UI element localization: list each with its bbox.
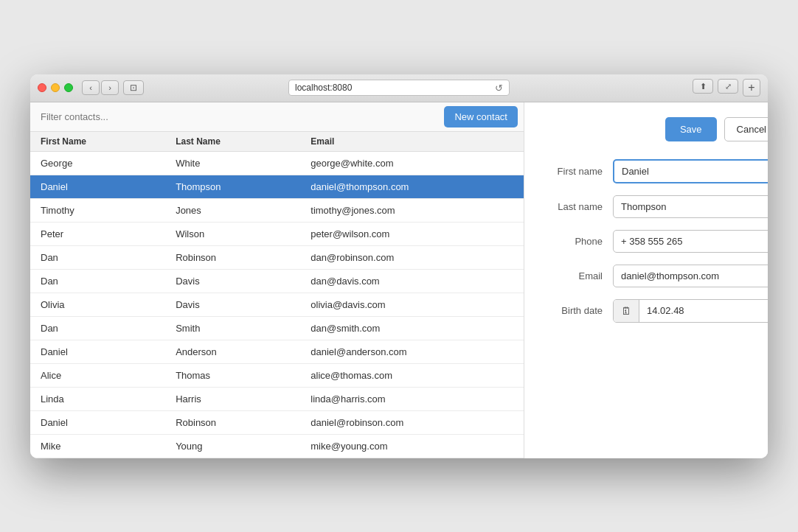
birth-date-input[interactable] — [639, 300, 768, 321]
contact-first-name: Linda — [41, 393, 176, 405]
table-row[interactable]: Olivia Davis olivia@davis.com — [30, 293, 524, 317]
table-row[interactable]: Dan Smith dan@smith.com — [30, 317, 524, 340]
contact-email: alice@thomas.com — [310, 370, 513, 381]
contact-last-name: White — [176, 158, 310, 169]
table-row[interactable]: Daniel Thompson daniel@thompson.com — [30, 175, 524, 199]
table-row[interactable]: Mike Young mike@young.com — [30, 435, 524, 458]
table-row[interactable]: George White george@white.com — [30, 152, 524, 175]
table-row[interactable]: Dan Robinson dan@robinson.com — [30, 246, 524, 270]
table-row[interactable]: Peter Wilson peter@wilson.com — [30, 223, 524, 246]
calendar-icon-button[interactable]: 🗓 — [614, 300, 639, 322]
contact-email: dan@smith.com — [310, 323, 513, 334]
new-tab-icon: + — [748, 81, 754, 94]
contact-email: dan@davis.com — [310, 276, 513, 287]
close-button[interactable] — [38, 83, 46, 92]
contact-last-name: Thomas — [176, 370, 310, 381]
contact-email: linda@harris.com — [310, 393, 513, 405]
maximize-button[interactable] — [64, 83, 73, 92]
new-contact-button[interactable]: New contact — [444, 106, 518, 127]
birth-date-label: Birth date — [547, 305, 613, 316]
traffic-lights — [38, 83, 73, 92]
contacts-list: George White george@white.com Daniel Tho… — [30, 152, 524, 458]
url-text: localhost:8080 — [295, 83, 352, 93]
header-first-name: First Name — [41, 136, 176, 147]
email-row: Email — [547, 265, 768, 287]
back-icon: ‹ — [89, 83, 92, 92]
contact-email: peter@wilson.com — [310, 228, 513, 239]
contact-email: daniel@robinson.com — [310, 417, 513, 428]
table-row[interactable]: Dan Davis dan@davis.com — [30, 270, 524, 293]
birth-date-row: Birth date 🗓 — [547, 299, 768, 323]
contact-first-name: Dan — [41, 252, 176, 263]
share-icon: ⬆ — [700, 82, 707, 91]
forward-button[interactable]: › — [101, 80, 119, 95]
nav-buttons: ‹ › — [82, 80, 119, 95]
contact-email: dan@robinson.com — [310, 252, 513, 263]
share-button[interactable]: ⬆ — [693, 79, 713, 94]
refresh-icon[interactable]: ↺ — [495, 83, 503, 94]
contact-email: daniel@anderson.com — [310, 346, 513, 357]
contact-first-name: Dan — [41, 323, 176, 334]
contact-last-name: Davis — [176, 299, 310, 310]
form-actions: Save Cancel — [547, 117, 768, 141]
contact-first-name: George — [41, 158, 176, 169]
contact-last-name: Anderson — [176, 346, 310, 357]
table-row[interactable]: Alice Thomas alice@thomas.com — [30, 364, 524, 388]
table-row[interactable]: Daniel Robinson daniel@robinson.com — [30, 411, 524, 435]
header-email: Email — [310, 136, 513, 147]
last-name-input[interactable] — [613, 195, 768, 218]
cancel-button[interactable]: Cancel — [724, 117, 768, 141]
contact-last-name: Jones — [176, 205, 310, 216]
contact-last-name: Smith — [176, 323, 310, 334]
forward-icon: › — [108, 83, 111, 92]
contact-first-name: Peter — [41, 228, 176, 239]
contact-first-name: Daniel — [41, 346, 176, 357]
address-bar[interactable]: localhost:8080 ↺ — [288, 80, 510, 96]
table-row[interactable]: Timothy Jones timothy@jones.com — [30, 199, 524, 223]
phone-label: Phone — [547, 236, 613, 247]
main-content: New contact First Name Last Name Email G… — [30, 102, 768, 458]
contact-last-name: Wilson — [176, 228, 310, 239]
phone-row: Phone — [547, 230, 768, 253]
filter-input[interactable] — [30, 102, 444, 131]
contact-first-name: Mike — [41, 441, 176, 452]
phone-input[interactable] — [613, 230, 768, 253]
first-name-row: First name — [547, 159, 768, 183]
sidebar-toggle-button[interactable]: ⊡ — [123, 80, 144, 95]
calendar-icon: 🗓 — [621, 305, 631, 317]
contact-email: olivia@davis.com — [310, 299, 513, 310]
contact-last-name: Thompson — [176, 181, 310, 192]
contact-email: mike@young.com — [310, 441, 513, 452]
first-name-label: First name — [547, 166, 613, 177]
minimize-button[interactable] — [51, 83, 60, 92]
titlebar-actions: ⬆ ⤢ + — [693, 79, 760, 97]
contact-first-name: Timothy — [41, 205, 176, 216]
contact-first-name: Daniel — [41, 417, 176, 428]
email-input[interactable] — [613, 265, 768, 287]
fullscreen-icon: ⤢ — [725, 82, 732, 91]
filter-bar: New contact — [30, 102, 524, 132]
birthdate-wrapper: 🗓 — [613, 299, 768, 323]
titlebar: ‹ › ⊡ localhost:8080 ↺ ⬆ ⤢ + — [30, 74, 768, 102]
contact-first-name: Dan — [41, 276, 176, 287]
contact-last-name: Robinson — [176, 417, 310, 428]
header-last-name: Last Name — [176, 136, 310, 147]
table-row[interactable]: Linda Harris linda@harris.com — [30, 388, 524, 411]
back-button[interactable]: ‹ — [82, 80, 100, 95]
last-name-row: Last name — [547, 195, 768, 218]
contact-last-name: Harris — [176, 393, 310, 405]
save-button[interactable]: Save — [665, 117, 717, 141]
contact-email: daniel@thompson.com — [310, 181, 513, 192]
contact-last-name: Young — [176, 441, 310, 452]
edit-panel: Save Cancel First name Last name Phone E… — [524, 102, 768, 458]
contacts-panel: New contact First Name Last Name Email G… — [30, 102, 524, 458]
contact-email: timothy@jones.com — [310, 205, 513, 216]
new-tab-button[interactable]: + — [743, 79, 760, 97]
contact-first-name: Alice — [41, 370, 176, 381]
sidebar-icon: ⊡ — [130, 83, 137, 93]
table-header: First Name Last Name Email — [30, 132, 524, 152]
table-row[interactable]: Daniel Anderson daniel@anderson.com — [30, 340, 524, 364]
first-name-input[interactable] — [613, 159, 768, 183]
fullscreen-button[interactable]: ⤢ — [718, 79, 738, 94]
contact-first-name: Olivia — [41, 299, 176, 310]
